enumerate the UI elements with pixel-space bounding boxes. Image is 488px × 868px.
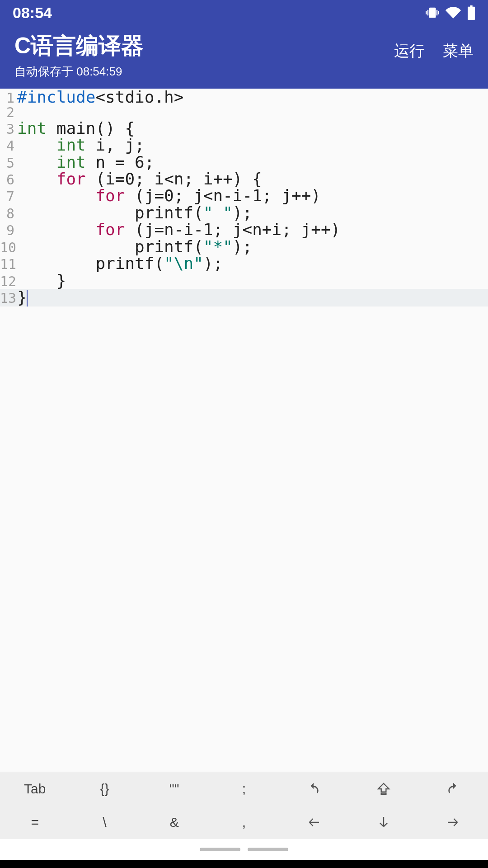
- code-content[interactable]: printf(" ");: [17, 204, 252, 221]
- line-number: 13: [0, 291, 17, 305]
- code-line[interactable]: 11 printf("\n");: [0, 255, 488, 272]
- app-title: C语言编译器: [14, 31, 144, 61]
- code-editor[interactable]: 1#include<stdio.h>23int main() {4 int i,…: [0, 89, 488, 772]
- code-line[interactable]: 10 printf("*");: [0, 238, 488, 255]
- code-content[interactable]: for (j=n-i-1; j<n+i; j++): [17, 221, 340, 238]
- code-content[interactable]: }: [17, 272, 66, 289]
- line-number: 7: [0, 189, 17, 203]
- code-line[interactable]: 3int main() {: [0, 120, 488, 137]
- battery-icon: [467, 5, 475, 20]
- bottom-edge: [0, 860, 488, 868]
- undo-icon[interactable]: [279, 772, 348, 806]
- shift-up-icon[interactable]: [348, 772, 418, 806]
- redo-icon[interactable]: [418, 772, 488, 806]
- key-ampersand[interactable]: &: [140, 806, 209, 839]
- arrow-down-icon[interactable]: [348, 806, 418, 839]
- code-content[interactable]: for (i=0; i<n; i++) {: [17, 170, 262, 187]
- code-content[interactable]: printf("*");: [17, 238, 252, 255]
- arrow-right-icon[interactable]: [418, 806, 488, 839]
- code-line[interactable]: 4 int i, j;: [0, 137, 488, 153]
- key-quotes[interactable]: "": [140, 772, 209, 806]
- code-content[interactable]: }: [17, 289, 28, 307]
- code-line[interactable]: 2: [0, 105, 488, 119]
- vibrate-icon: [426, 6, 439, 19]
- code-line[interactable]: 1#include<stdio.h>: [0, 89, 488, 105]
- line-number: 3: [0, 122, 17, 136]
- code-line[interactable]: 12 }: [0, 272, 488, 289]
- line-number: 11: [0, 257, 17, 271]
- menu-button[interactable]: 菜单: [443, 41, 474, 61]
- arrow-left-icon[interactable]: [279, 806, 348, 839]
- code-content[interactable]: #include<stdio.h>: [17, 89, 183, 105]
- code-line[interactable]: 9 for (j=n-i-1; j<n+i; j++): [0, 221, 488, 238]
- code-content[interactable]: printf("\n");: [17, 255, 223, 272]
- line-number: 1: [0, 91, 17, 105]
- line-number: 2: [0, 105, 17, 119]
- key-semicolon[interactable]: ;: [209, 772, 279, 806]
- code-line[interactable]: 6 for (i=0; i<n; i++) {: [0, 170, 488, 187]
- code-line[interactable]: 13}: [0, 289, 488, 307]
- status-bar: 08:54: [0, 0, 488, 25]
- line-number: 10: [0, 241, 17, 255]
- code-line[interactable]: 5 int n = 6;: [0, 154, 488, 170]
- code-content[interactable]: int n = 6;: [17, 154, 154, 170]
- text-cursor: [27, 290, 28, 307]
- nav-bar: [0, 839, 488, 860]
- line-number: 4: [0, 139, 17, 153]
- key-backslash[interactable]: \: [70, 806, 139, 839]
- key-tab[interactable]: Tab: [0, 772, 70, 806]
- code-line[interactable]: 8 printf(" ");: [0, 204, 488, 221]
- key-equals[interactable]: =: [0, 806, 70, 839]
- app-bar: C语言编译器 自动保存于 08:54:59 运行 菜单: [0, 25, 488, 89]
- code-content[interactable]: int main() {: [17, 120, 135, 137]
- key-comma[interactable]: ,: [209, 806, 279, 839]
- code-content[interactable]: for (j=0; j<n-i-1; j++): [17, 187, 321, 204]
- line-number: 5: [0, 156, 17, 170]
- key-braces[interactable]: {}: [70, 772, 139, 806]
- nav-pill: [248, 848, 288, 851]
- code-line[interactable]: 7 for (j=0; j<n-i-1; j++): [0, 187, 488, 204]
- nav-pill: [200, 848, 240, 851]
- run-button[interactable]: 运行: [394, 41, 425, 61]
- wifi-icon: [446, 5, 461, 20]
- status-time: 08:54: [13, 4, 52, 22]
- symbol-toolbar: Tab{}""; =\&,: [0, 772, 488, 839]
- autosave-status: 自动保存于 08:54:59: [14, 64, 144, 80]
- line-number: 9: [0, 223, 17, 237]
- code-content[interactable]: int i, j;: [17, 137, 145, 153]
- line-number: 8: [0, 207, 17, 221]
- line-number: 6: [0, 173, 17, 187]
- status-icons: [426, 5, 475, 20]
- line-number: 12: [0, 274, 17, 288]
